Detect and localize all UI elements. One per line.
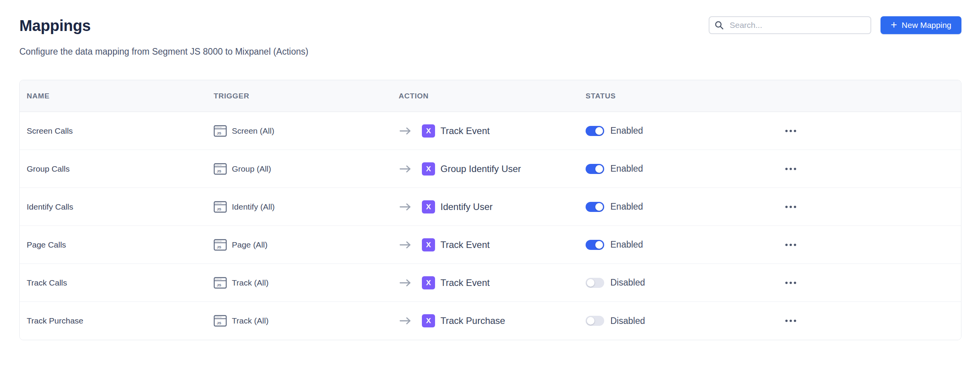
js-source-icon	[214, 201, 227, 213]
trigger-label: Track (All)	[232, 316, 269, 325]
mixpanel-logo-icon: X	[422, 238, 435, 251]
row-menu-button[interactable]	[782, 123, 799, 139]
trigger-label: Track (All)	[232, 278, 269, 287]
row-menu-button[interactable]	[782, 275, 799, 291]
status-toggle[interactable]	[586, 164, 604, 174]
trigger-label: Page (All)	[232, 240, 267, 250]
js-source-icon	[214, 125, 227, 137]
arrow-right-icon	[399, 241, 412, 249]
mappings-table: NAME TRIGGER ACTION STATUS Screen Calls …	[19, 80, 961, 340]
mixpanel-logo-icon: X	[422, 276, 435, 289]
trigger-label: Identify (All)	[232, 202, 275, 212]
table-row: Track Calls Track (All) X Track Event Di…	[20, 264, 961, 302]
arrow-right-icon	[399, 165, 412, 173]
table-row: Group Calls Group (All) X Group Identify…	[20, 150, 961, 188]
status-label: Disabled	[610, 277, 645, 288]
row-menu-button[interactable]	[782, 237, 799, 253]
column-header-name: NAME	[20, 92, 207, 100]
column-header-action: ACTION	[392, 92, 579, 100]
mixpanel-logo-icon: X	[422, 314, 435, 327]
toggle-knob	[595, 203, 603, 211]
action-label: Group Identify User	[440, 164, 521, 174]
mixpanel-logo-icon: X	[422, 124, 435, 138]
arrow-right-icon	[399, 279, 412, 287]
arrow-right-icon	[399, 127, 412, 135]
toggle-knob	[587, 279, 595, 287]
header-controls: + New Mapping	[709, 16, 961, 34]
js-source-icon	[214, 315, 227, 327]
toggle-knob	[595, 127, 603, 135]
mixpanel-logo-icon: X	[422, 200, 435, 213]
page-subtitle: Configure the data mapping from Segment …	[19, 46, 961, 57]
status-toggle[interactable]	[586, 126, 604, 136]
search-input[interactable]	[709, 16, 871, 34]
row-menu-button[interactable]	[782, 313, 799, 329]
mapping-name: Screen Calls	[20, 126, 207, 136]
mapping-name: Identify Calls	[20, 202, 207, 212]
status-label: Enabled	[610, 126, 643, 136]
toggle-knob	[595, 165, 603, 173]
status-toggle[interactable]	[586, 240, 604, 250]
mixpanel-logo-icon: X	[422, 162, 435, 176]
action-label: Track Purchase	[440, 315, 505, 326]
status-toggle[interactable]	[586, 316, 604, 326]
trigger-label: Screen (All)	[232, 126, 274, 136]
table-row: Identify Calls Identify (All) X Identify…	[20, 188, 961, 226]
search-box	[709, 16, 871, 34]
status-label: Enabled	[610, 239, 643, 250]
js-source-icon	[214, 239, 227, 251]
mapping-name: Track Calls	[20, 278, 207, 287]
table-row: Track Purchase Track (All) X Track Purch…	[20, 302, 961, 340]
status-toggle[interactable]	[586, 278, 604, 288]
row-menu-button[interactable]	[782, 161, 799, 177]
mapping-name: Page Calls	[20, 240, 207, 250]
action-label: Identify User	[440, 201, 493, 212]
action-label: Track Event	[440, 277, 490, 288]
status-label: Disabled	[610, 316, 645, 326]
action-label: Track Event	[440, 126, 490, 136]
page-header: Mappings + New Mapping	[19, 16, 961, 35]
plus-icon: +	[891, 19, 897, 30]
toggle-knob	[595, 241, 603, 249]
mapping-name: Group Calls	[20, 164, 207, 174]
arrow-right-icon	[399, 317, 412, 325]
row-menu-button[interactable]	[782, 199, 799, 215]
mappings-page: Mappings + New Mapping Configure the dat…	[0, 0, 980, 389]
new-mapping-label: New Mapping	[902, 21, 951, 30]
page-title: Mappings	[19, 16, 91, 35]
action-label: Track Event	[440, 239, 490, 250]
table-row: Screen Calls Screen (All) X Track Event …	[20, 112, 961, 150]
js-source-icon	[214, 277, 227, 289]
toggle-knob	[587, 317, 595, 325]
js-source-icon	[214, 163, 227, 175]
status-label: Enabled	[610, 164, 643, 174]
mapping-name: Track Purchase	[20, 316, 207, 325]
status-label: Enabled	[610, 201, 643, 212]
table-header-row: NAME TRIGGER ACTION STATUS	[20, 80, 961, 112]
arrow-right-icon	[399, 203, 412, 211]
status-toggle[interactable]	[586, 202, 604, 212]
trigger-label: Group (All)	[232, 164, 271, 174]
column-header-trigger: TRIGGER	[207, 92, 392, 100]
new-mapping-button[interactable]: + New Mapping	[881, 16, 961, 34]
column-header-status: STATUS	[579, 92, 775, 100]
table-row: Page Calls Page (All) X Track Event Enab…	[20, 226, 961, 264]
